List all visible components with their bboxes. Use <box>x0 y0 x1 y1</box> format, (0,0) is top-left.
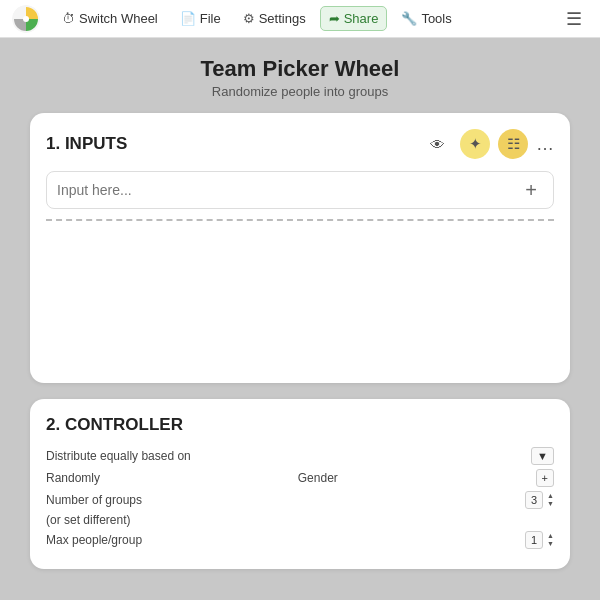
gender-label: Gender <box>298 471 338 485</box>
clock-icon: ⏱ <box>62 11 75 26</box>
top-navigation: ⏱ Switch Wheel 📄 File ⚙ Settings ➦ Share… <box>0 0 600 38</box>
file-icon: 📄 <box>180 11 196 26</box>
controller-card-header: 2. CONTROLLER <box>46 415 554 435</box>
entry-input[interactable] <box>57 182 519 198</box>
distribute-controls: ▼ <box>531 447 554 465</box>
more-options-icon[interactable]: … <box>536 134 554 155</box>
app-logo[interactable] <box>12 5 40 33</box>
eye-icon-button[interactable]: 👁 <box>422 129 452 159</box>
controller-card: 2. CONTROLLER Distribute equally based o… <box>30 399 570 569</box>
max-people-row: Max people/group 1 ▲ ▼ <box>46 531 554 549</box>
tools-label: Tools <box>421 11 451 26</box>
num-groups-down-arrow[interactable]: ▼ <box>547 500 554 508</box>
distribute-label: Distribute equally based on <box>46 449 191 463</box>
share-label: Share <box>344 11 379 26</box>
grid-icon-button[interactable]: ☷ <box>498 129 528 159</box>
random-label: Randomly <box>46 471 100 485</box>
max-people-value[interactable]: 1 <box>525 531 543 549</box>
page-subtitle: Randomize people into groups <box>0 84 600 99</box>
share-button[interactable]: ➦ Share <box>320 6 388 31</box>
random-gender-box: + <box>536 469 554 487</box>
share-icon: ➦ <box>329 11 340 26</box>
max-people-arrows[interactable]: ▲ ▼ <box>547 532 554 547</box>
page-header: Team Picker Wheel Randomize people into … <box>0 38 600 113</box>
settings-icon: ⚙ <box>243 11 255 26</box>
text-input-row: + <box>46 171 554 209</box>
eye-icon: 👁 <box>430 136 445 153</box>
inputs-card-title: 1. INPUTS <box>46 134 414 154</box>
tools-icon: 🔧 <box>401 11 417 26</box>
switch-wheel-button[interactable]: ⏱ Switch Wheel <box>54 7 166 30</box>
shuffle-icon-button[interactable]: ✦ <box>460 129 490 159</box>
settings-label: Settings <box>259 11 306 26</box>
num-groups-row: Number of groups 3 ▲ ▼ <box>46 491 554 509</box>
settings-button[interactable]: ⚙ Settings <box>235 7 314 30</box>
tools-button[interactable]: 🔧 Tools <box>393 7 459 30</box>
inputs-card: 1. INPUTS 👁 ✦ ☷ … + <box>30 113 570 383</box>
add-entry-button[interactable]: + <box>519 178 543 202</box>
num-groups-value[interactable]: 3 <box>525 491 543 509</box>
num-groups-arrows[interactable]: ▲ ▼ <box>547 492 554 507</box>
shuffle-icon: ✦ <box>469 135 482 153</box>
switch-wheel-label: Switch Wheel <box>79 11 158 26</box>
max-people-controls[interactable]: 1 ▲ ▼ <box>525 531 554 549</box>
file-label: File <box>200 11 221 26</box>
file-button[interactable]: 📄 File <box>172 7 229 30</box>
svg-point-1 <box>23 16 29 22</box>
hamburger-menu-icon[interactable]: ☰ <box>560 4 588 34</box>
num-groups-label: Number of groups <box>46 493 142 507</box>
distribute-value: ▼ <box>531 447 554 465</box>
divider <box>46 219 554 221</box>
num-groups-up-arrow[interactable]: ▲ <box>547 492 554 500</box>
max-people-label: Max people/group <box>46 533 142 547</box>
controller-content: Distribute equally based on ▼ Randomly G… <box>46 447 554 549</box>
inputs-card-header: 1. INPUTS 👁 ✦ ☷ … <box>46 129 554 159</box>
set-different-label: (or set different) <box>46 513 130 527</box>
controller-card-title: 2. CONTROLLER <box>46 415 554 435</box>
set-different-row: (or set different) <box>46 513 554 527</box>
max-people-down-arrow[interactable]: ▼ <box>547 540 554 548</box>
max-people-up-arrow[interactable]: ▲ <box>547 532 554 540</box>
page-title: Team Picker Wheel <box>0 56 600 82</box>
distribute-row: Distribute equally based on ▼ <box>46 447 554 465</box>
content-area: 1. INPUTS 👁 ✦ ☷ … + 2. CONTROLLER <box>0 113 600 569</box>
num-groups-controls[interactable]: 3 ▲ ▼ <box>525 491 554 509</box>
grid-icon: ☷ <box>507 135 520 153</box>
random-gender-row: Randomly Gender + <box>46 469 554 487</box>
plus-icon: + <box>525 180 537 200</box>
